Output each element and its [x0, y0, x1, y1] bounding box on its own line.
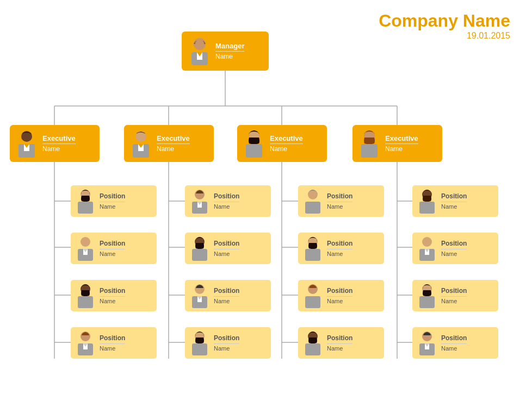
pos-avatar-4-4: [416, 330, 438, 355]
svg-point-85: [195, 240, 197, 243]
executive-2-title: Executive: [157, 134, 190, 143]
pos-4-2-title: Position: [441, 240, 467, 247]
executive-avatar-1: [14, 129, 39, 158]
position-card-1-3: Position Name: [71, 280, 157, 311]
position-card-4-4: Position Name: [412, 327, 498, 359]
svg-rect-66: [78, 296, 93, 308]
svg-rect-99: [305, 202, 320, 214]
position-card-4-1: Position Name: [412, 185, 498, 217]
pos-4-1-title: Position: [441, 192, 467, 200]
svg-point-30: [195, 42, 197, 45]
svg-point-107: [315, 240, 317, 243]
executive-card-3: Executive Name: [237, 125, 327, 162]
executive-1-name: Name: [42, 143, 76, 153]
pos-avatar-1-2: [75, 236, 96, 261]
svg-rect-104: [305, 249, 320, 261]
svg-point-102: [315, 193, 317, 196]
pos-avatar-3-4: [302, 330, 324, 355]
pos-avatar-2-4: [189, 330, 211, 355]
pos-avatar-3-2: [302, 236, 324, 261]
position-card-2-1: Position Name: [185, 185, 271, 217]
pos-4-4-title: Position: [441, 334, 467, 342]
svg-point-69: [88, 287, 90, 290]
executive-card-2: Executive Name: [124, 125, 214, 162]
svg-point-101: [308, 193, 311, 196]
pos-2-3-name: Name: [214, 296, 239, 304]
svg-point-117: [315, 335, 317, 337]
manager-name: Name: [215, 51, 244, 60]
svg-point-86: [202, 240, 204, 243]
pos-avatar-2-3: [189, 283, 211, 308]
pos-1-1-title: Position: [100, 192, 125, 200]
svg-point-57: [81, 193, 83, 196]
pos-1-3-title: Position: [100, 287, 125, 295]
pos-1-2-title: Position: [100, 240, 125, 247]
pos-4-3-name: Name: [441, 296, 467, 304]
pos-3-2-title: Position: [327, 240, 352, 247]
svg-rect-45: [246, 144, 262, 158]
svg-point-42: [137, 134, 139, 137]
pos-3-3-name: Name: [327, 296, 352, 304]
svg-point-63: [81, 240, 83, 243]
svg-point-116: [308, 335, 311, 337]
company-name: Company Name: [379, 11, 510, 31]
company-date: 19.01.2015: [379, 31, 510, 41]
svg-point-121: [423, 193, 425, 196]
svg-point-53: [372, 134, 374, 137]
manager-title: Manager: [215, 42, 244, 51]
pos-2-4-name: Name: [214, 343, 239, 352]
executive-avatar-3: [242, 129, 267, 158]
svg-point-37: [29, 134, 31, 137]
position-card-3-4: Position Name: [298, 327, 384, 359]
pos-1-4-title: Position: [100, 334, 125, 342]
manager-avatar: [187, 37, 212, 65]
pos-avatar-3-3: [302, 283, 324, 308]
pos-4-3-title: Position: [441, 287, 467, 295]
position-card-3-2: Position Name: [298, 233, 384, 264]
executive-4-title: Executive: [385, 134, 418, 143]
svg-rect-50: [361, 144, 378, 158]
pos-3-4-name: Name: [327, 343, 352, 352]
svg-rect-109: [305, 296, 320, 308]
svg-rect-114: [305, 343, 320, 355]
manager-card: Manager Name: [182, 32, 269, 71]
position-card-1-4: Position Name: [71, 327, 157, 359]
svg-rect-55: [78, 202, 93, 214]
svg-point-52: [365, 134, 367, 137]
pos-3-3-title: Position: [327, 287, 352, 295]
position-card-2-2: Position Name: [185, 233, 271, 264]
position-card-1-1: Position Name: [71, 185, 157, 217]
svg-point-97: [202, 335, 204, 337]
pos-2-4-title: Position: [214, 334, 239, 342]
svg-rect-83: [192, 249, 207, 261]
pos-avatar-1-4: [75, 330, 96, 355]
svg-rect-119: [419, 202, 435, 214]
pos-avatar-4-2: [416, 236, 438, 261]
executive-avatar-2: [128, 129, 153, 158]
svg-point-48: [256, 134, 258, 137]
svg-point-122: [429, 193, 431, 196]
pos-4-4-name: Name: [441, 343, 467, 352]
svg-point-58: [88, 193, 90, 196]
executive-3-name: Name: [270, 143, 303, 153]
pos-avatar-2-2: [189, 236, 211, 261]
pos-3-4-title: Position: [327, 334, 352, 342]
pos-3-1-name: Name: [327, 202, 352, 210]
executive-3-title: Executive: [270, 134, 303, 143]
executive-avatar-4: [357, 129, 382, 158]
position-card-1-2: Position Name: [71, 233, 157, 264]
position-card-4-3: Position Name: [412, 280, 498, 311]
executive-2-name: Name: [157, 143, 190, 153]
pos-avatar-4-3: [416, 283, 438, 308]
svg-point-47: [250, 134, 252, 137]
pos-3-1-title: Position: [327, 192, 352, 200]
svg-point-133: [429, 287, 431, 290]
pos-4-1-name: Name: [441, 202, 467, 210]
pos-avatar-4-1: [416, 189, 438, 214]
pos-1-4-name: Name: [100, 343, 125, 352]
executive-card-4: Executive Name: [352, 125, 442, 162]
svg-point-31: [202, 42, 204, 45]
svg-point-96: [195, 335, 197, 337]
position-card-2-3: Position Name: [185, 280, 271, 311]
company-header: Company Name 19.01.2015: [379, 11, 510, 41]
